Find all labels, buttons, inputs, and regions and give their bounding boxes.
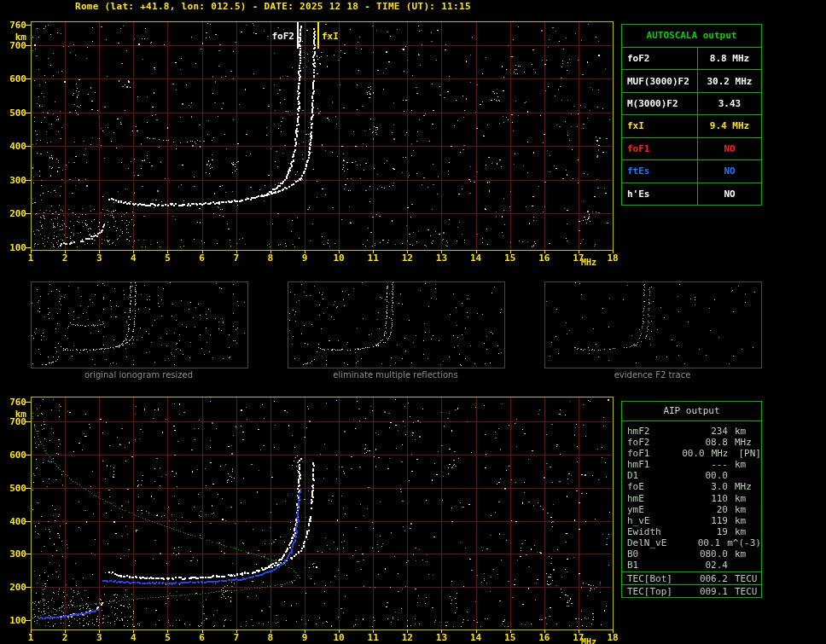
annotation-fxi-label: fxI xyxy=(322,31,339,42)
autoscala-row-value: NO xyxy=(698,138,761,160)
x-tick-label: 6 xyxy=(191,632,213,643)
x-tick-label: 8 xyxy=(259,252,282,264)
thumbnail-original-ionogram xyxy=(31,281,248,368)
aip-row-value: 110 xyxy=(699,493,728,504)
thumbnail-evidence-f2-trace xyxy=(544,281,762,368)
annotation-fof2-label: foF2 xyxy=(257,31,294,42)
aip-row-label: ymE xyxy=(627,504,699,515)
x-tick-label: 13 xyxy=(430,632,452,643)
thumbnail-caption: evidence F2 trace xyxy=(544,370,760,380)
aip-row-label: h_vE xyxy=(627,515,699,526)
autoscala-row-label: foF2 xyxy=(622,48,698,69)
autoscala-row-m3000f2: M(3000)F23.43 xyxy=(622,93,761,115)
aip-tec-label: TEC[Top] xyxy=(627,586,699,597)
autoscala-table-title: AUTOSCALA output xyxy=(622,25,761,48)
autoscala-table-rows: foF28.8 MHzMUF(3000)F230.2 MHzM(3000)F23… xyxy=(622,48,761,205)
aip-row-delnve: DelN_vE00.1m^(-3) xyxy=(627,537,761,548)
autoscala-row-value: NO xyxy=(698,160,761,182)
y-tick-label: 600 xyxy=(3,450,26,461)
aip-row-label: foE xyxy=(627,481,699,492)
x-tick-label: 12 xyxy=(396,632,418,643)
aip-row-fof2: foF208.8MHz xyxy=(627,437,761,448)
aip-row-label: B0 xyxy=(627,548,699,560)
autoscala-row-value: 3.43 xyxy=(698,93,761,114)
autoscala-row-ftes: ftEsNO xyxy=(622,160,761,183)
aip-row-label: DelN_vE xyxy=(627,537,694,548)
x-axis-unit-label: MHz xyxy=(581,637,596,644)
x-tick-label: 1 xyxy=(20,252,42,264)
aip-row-value: 02.4 xyxy=(699,560,728,571)
aip-row-value: 00.0 xyxy=(699,470,728,481)
y-tick-label: 760 xyxy=(3,20,26,31)
aip-row-hve: h_vE119km xyxy=(627,515,761,526)
y-tick-label: 500 xyxy=(3,107,26,119)
aip-row-fof1: foF100.0MHz[PN] xyxy=(627,448,761,459)
aip-row-unit: km xyxy=(735,459,746,470)
autoscala-row-fof2: foF28.8 MHz xyxy=(622,48,761,70)
aip-row-label: foF2 xyxy=(627,437,699,448)
autoscala-screen: Rome (lat: +41.8, lon: 012.5) - DATE: 20… xyxy=(0,0,826,644)
aip-row-label: hmF2 xyxy=(627,426,699,437)
aip-row-label: hmF1 xyxy=(627,459,699,470)
aip-row-label: Ewidth xyxy=(627,526,699,537)
y-tick-label: 200 xyxy=(3,208,26,219)
aip-row-value: 3.0 xyxy=(699,481,728,492)
aip-table-title: AIP output xyxy=(622,402,761,421)
aip-row-b0: B0080.0km xyxy=(627,548,761,560)
aip-row-value: 00.0 xyxy=(682,448,705,459)
x-tick-label: 11 xyxy=(362,252,384,264)
x-tick-label: 5 xyxy=(156,252,178,264)
autoscala-row-muf3000f2: MUF(3000)F230.2 MHz xyxy=(622,70,761,92)
aip-row-value: 19 xyxy=(699,526,728,537)
aip-row-label: D1 xyxy=(627,470,699,481)
autoscala-row-value: NO xyxy=(698,183,761,205)
x-tick-label: 15 xyxy=(499,252,521,264)
aip-row-value: 20 xyxy=(699,504,728,515)
aip-row-value: 00.1 xyxy=(694,537,720,548)
aip-tec-unit: TECU xyxy=(735,573,758,584)
aip-row-foe: foE3.0MHz xyxy=(627,481,761,492)
x-tick-label: 7 xyxy=(225,252,247,264)
thumbnail-caption: eliminate multiple reflections xyxy=(288,370,503,380)
aip-row-unit: MHz xyxy=(735,437,752,448)
aip-row-value: 08.8 xyxy=(699,437,728,448)
autoscala-row-hes: h'EsNO xyxy=(622,183,761,205)
autoscala-row-value: 30.2 MHz xyxy=(698,70,761,91)
aip-row-unit: MHz xyxy=(735,481,752,492)
y-tick-label: 500 xyxy=(3,483,26,494)
aip-tec-row-0: TEC[Bot]006.2TECU xyxy=(622,571,761,584)
autoscala-row-label: MUF(3000)F2 xyxy=(622,70,698,91)
autoscala-row-label: M(3000)F2 xyxy=(622,93,698,114)
y-tick-label: 400 xyxy=(3,516,26,527)
x-tick-label: 7 xyxy=(225,632,247,643)
x-axis-unit-label: MHz xyxy=(581,258,596,267)
aip-row-value: --- xyxy=(699,459,728,470)
autoscala-row-value: 9.4 MHz xyxy=(698,115,761,136)
aip-row-yme: ymE20km xyxy=(627,504,761,515)
aip-row-hme: hmE110km xyxy=(627,493,761,504)
thumbnail-caption: original ionogram resized xyxy=(31,370,247,380)
y-tick-label: 200 xyxy=(3,582,26,593)
autoscala-row-label: fxI xyxy=(622,115,698,136)
aip-row-value: 234 xyxy=(699,426,728,437)
x-tick-label: 2 xyxy=(54,252,76,264)
y-tick-label: 300 xyxy=(3,548,26,560)
x-tick-label: 15 xyxy=(499,632,521,643)
aip-tec-unit: TECU xyxy=(735,586,758,597)
x-tick-label: 9 xyxy=(294,252,316,264)
y-tick-label: 600 xyxy=(3,73,26,84)
x-tick-label: 14 xyxy=(465,632,487,643)
aip-tec-value: 006.2 xyxy=(699,573,728,584)
x-tick-label: 5 xyxy=(156,632,178,643)
aip-table-tec-rows: TEC[Bot]006.2TECUTEC[Top]009.1TECU xyxy=(622,571,761,597)
x-tick-label: 2 xyxy=(54,632,76,643)
aip-tec-row-1: TEC[Top]009.1TECU xyxy=(622,584,761,597)
aip-row-ewidth: Ewidth19km xyxy=(627,526,761,537)
aip-row-unit: km xyxy=(735,504,746,515)
y-axis-unit-label: km xyxy=(3,32,26,43)
autoscala-output-table: AUTOSCALA output foF28.8 MHzMUF(3000)F23… xyxy=(621,24,762,206)
x-tick-label: 8 xyxy=(259,632,282,643)
y-axis-unit-label: km xyxy=(3,409,26,420)
x-tick-label: 16 xyxy=(533,632,556,643)
aip-row-unit: km xyxy=(735,515,746,526)
